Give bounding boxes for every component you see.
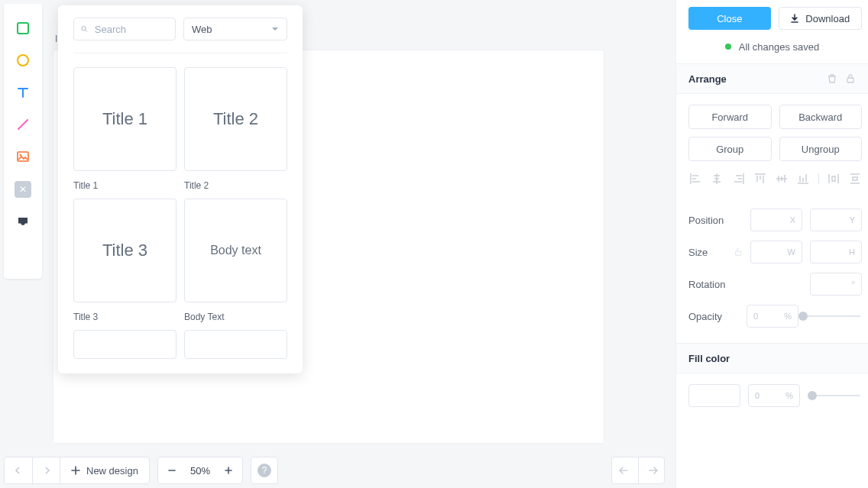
asset-thumb[interactable]: Title 1: [73, 67, 177, 171]
opacity-slider[interactable]: [803, 315, 860, 317]
asset-popover: Web Title 1 Title 1 Title 2 Title 2 Titl…: [58, 5, 303, 373]
line-icon: [16, 118, 30, 131]
tool-rectangle[interactable]: [15, 21, 31, 36]
divider: [818, 173, 819, 184]
circle-icon: [16, 53, 30, 67]
size-label: Size: [688, 247, 734, 258]
slider-thumb-icon[interactable]: [808, 391, 817, 400]
align-top-icon[interactable]: [753, 172, 767, 186]
unlock-icon[interactable]: [734, 246, 743, 258]
search-input[interactable]: [89, 24, 169, 35]
align-hcenter-icon[interactable]: [710, 172, 724, 186]
fill-title: Fill color: [688, 353, 730, 364]
asset-label: Title 2: [184, 180, 287, 191]
asset-thumb[interactable]: Title 2: [184, 67, 287, 171]
fill-header: Fill color: [676, 343, 868, 373]
redo-button[interactable]: [638, 457, 664, 483]
undo-button[interactable]: [612, 457, 638, 483]
forward-button[interactable]: Forward: [688, 105, 772, 129]
close-icon: ✕: [19, 185, 27, 194]
align-row: [688, 169, 862, 186]
zoom-group: 50%: [157, 457, 243, 484]
opacity-row: Opacity 0 %: [688, 302, 862, 326]
fill-unit: %: [785, 391, 793, 400]
rotation-row: Rotation °: [688, 270, 862, 294]
distribute-h-icon[interactable]: [827, 172, 840, 186]
tool-circle[interactable]: [15, 53, 31, 68]
arrange-header: Arrange: [676, 63, 868, 94]
zoom-out[interactable]: [158, 457, 186, 484]
asset-label: Title 1: [73, 180, 177, 191]
ungroup-button[interactable]: Ungroup: [779, 137, 863, 161]
download-label: Download: [805, 13, 850, 24]
zoom-value: 50%: [186, 465, 215, 477]
size-h-input[interactable]: H: [810, 241, 862, 263]
fill-slider[interactable]: [812, 395, 860, 396]
svg-rect-7: [847, 78, 853, 82]
asset-thumb[interactable]: [184, 330, 287, 359]
rotation-input[interactable]: °: [810, 273, 862, 296]
size-row: Size W H: [688, 238, 862, 262]
trash-icon[interactable]: [827, 73, 837, 84]
asset-label: Body Text: [184, 312, 287, 322]
left-toolbar: ✕: [4, 4, 42, 279]
category-select[interactable]: Web: [183, 18, 287, 40]
distribute-v-icon[interactable]: [848, 172, 862, 186]
asset-card: [184, 330, 287, 359]
align-left-icon[interactable]: [688, 172, 702, 186]
undo-icon: [619, 466, 631, 475]
svg-line-2: [18, 120, 28, 129]
position-y-input[interactable]: Y: [810, 208, 862, 231]
tool-image[interactable]: [15, 149, 31, 164]
position-x-input[interactable]: X: [750, 208, 802, 231]
slider-thumb-icon[interactable]: [798, 312, 808, 321]
tool-close[interactable]: ✕: [15, 181, 31, 198]
help-button[interactable]: ?: [251, 457, 278, 484]
tool-inbox[interactable]: [15, 215, 31, 230]
align-bottom-icon[interactable]: [796, 172, 810, 186]
size-w-input[interactable]: W: [750, 241, 802, 263]
asset-card: Title 3 Title 3: [73, 199, 177, 322]
chevron-down-icon: [271, 25, 279, 33]
asset-thumb[interactable]: [73, 330, 177, 359]
page-nav: New design: [4, 457, 150, 484]
svg-line-6: [86, 30, 87, 31]
asset-thumb[interactable]: Body text: [184, 199, 287, 302]
undo-redo: [611, 457, 665, 484]
tool-line[interactable]: [15, 117, 31, 132]
right-panel: Close Download All changes saved Arrange…: [675, 0, 868, 488]
asset-thumb[interactable]: Title 3: [73, 199, 177, 302]
svg-point-5: [82, 26, 86, 30]
fill-opacity-input[interactable]: 0 %: [748, 384, 800, 407]
download-icon: [790, 14, 799, 23]
status-dot-icon: [725, 44, 731, 50]
align-vcenter-icon[interactable]: [775, 172, 789, 186]
tool-text[interactable]: [15, 85, 31, 100]
search-icon: [80, 24, 89, 34]
new-design-button[interactable]: New design: [60, 457, 149, 484]
new-design-label: New design: [86, 465, 138, 477]
save-status-row: All changes saved: [676, 30, 868, 63]
opacity-input[interactable]: 0 %: [747, 305, 798, 328]
help-icon: ?: [257, 464, 271, 477]
next-page[interactable]: [32, 457, 60, 484]
svg-rect-0: [18, 23, 28, 34]
prev-page[interactable]: [5, 457, 32, 484]
rotation-label: Rotation: [688, 279, 747, 290]
opacity-label: Opacity: [688, 311, 747, 322]
close-button[interactable]: Close: [688, 7, 771, 30]
chevron-left-icon: [15, 467, 22, 474]
arrange-title: Arrange: [688, 73, 727, 85]
fill-swatch[interactable]: [688, 384, 740, 407]
download-button[interactable]: Download: [779, 7, 863, 30]
group-button[interactable]: Group: [688, 137, 772, 161]
asset-card: Body text Body Text: [184, 199, 287, 322]
search-input-wrap[interactable]: [73, 18, 176, 40]
save-status-text: All changes saved: [739, 41, 820, 53]
align-right-icon[interactable]: [732, 172, 746, 186]
zoom-in[interactable]: [215, 457, 242, 484]
plus-icon: [71, 466, 80, 475]
lock-icon[interactable]: [845, 73, 856, 84]
asset-card: Title 1 Title 1: [73, 67, 177, 191]
backward-button[interactable]: Backward: [779, 105, 863, 129]
